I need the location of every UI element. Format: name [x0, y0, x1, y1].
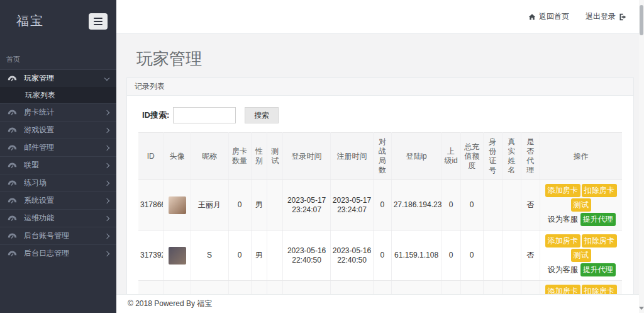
cell-id-card — [483, 281, 502, 295]
id-search-input[interactable] — [173, 107, 236, 123]
home-icon — [528, 13, 536, 21]
scrollbar-thumb[interactable] — [640, 5, 643, 35]
dashboard-icon — [8, 179, 20, 187]
add-room-card-button[interactable]: 添加房卡 — [545, 234, 580, 248]
search-button[interactable]: 搜索 — [245, 107, 279, 123]
deduct-room-card-button[interactable]: 扣除房卡 — [582, 234, 617, 248]
table-row: 317866 王丽月 0 男 2023-05-1723:24:07 2023-0… — [138, 180, 622, 230]
page-title: 玩家管理 — [136, 48, 633, 70]
test-button[interactable]: 测试 — [571, 198, 591, 212]
test-button[interactable]: 测试 — [571, 249, 591, 262]
panel-body: ID搜索: 搜索 ID — [127, 96, 633, 294]
dashboard-icon — [8, 215, 20, 222]
cell-gender: 男 — [251, 180, 267, 230]
cell-actions: 添加房卡扣除房卡测试 设为客服提升代理 — [540, 180, 622, 230]
table-row: 317389 0 男 2023-05-1716:38:39 2023-05-16… — [138, 281, 622, 295]
col-actions: 操作 — [540, 133, 622, 180]
cell-test — [267, 230, 283, 281]
dashboard-icon — [8, 197, 20, 205]
topbar: 返回首页 退出登录 — [116, 0, 644, 34]
cell-room-cards: 0 — [228, 180, 251, 230]
cell-register-time: 2023-05-1622:38:58 — [330, 281, 373, 295]
sidebar-item-player-management[interactable]: 玩家管理 — [0, 69, 116, 87]
sidebar-item-alliance[interactable]: 联盟 — [0, 156, 116, 174]
sidebar-section-label: 首页 — [0, 46, 116, 69]
deduct-room-card-button[interactable]: 扣除房卡 — [582, 285, 617, 294]
dashboard-icon — [8, 250, 20, 258]
sidebar-nav: 玩家管理 玩家列表 房卡统计 游戏设置 邮件管理 联盟 — [0, 69, 116, 262]
cell-actions: 添加房卡扣除房卡测试 设为客服提升代理 — [540, 281, 622, 295]
sidebar-subitem-player-list[interactable]: 玩家列表 — [0, 87, 116, 103]
cell-is-agent: 否 — [521, 180, 540, 230]
col-test: 测试 — [267, 133, 283, 180]
add-room-card-button[interactable]: 添加房卡 — [545, 184, 580, 197]
footer: © 2018 Powered By 福宝 — [116, 294, 644, 313]
hamburger-icon — [94, 18, 103, 19]
chevron-right-icon — [104, 145, 109, 150]
chevron-right-icon — [104, 233, 109, 238]
dashboard-icon — [8, 127, 20, 134]
cell-id-card — [483, 230, 502, 281]
logout-link[interactable]: 退出登录 — [586, 11, 626, 22]
cell-gender: 男 — [251, 281, 267, 295]
sidebar-item-system-settings[interactable]: 系统设置 — [0, 191, 116, 209]
chevron-right-icon — [104, 251, 109, 256]
promote-agent-button[interactable]: 提升代理 — [580, 263, 616, 276]
chevron-right-icon — [104, 180, 109, 185]
set-customer-service-button[interactable]: 设为客服 — [548, 213, 578, 226]
cell-nickname: 王丽月 — [191, 180, 228, 230]
sidebar-item-practice-field[interactable]: 练习场 — [0, 174, 116, 191]
cell-id: 317866 — [138, 180, 164, 230]
deduct-room-card-button[interactable]: 扣除房卡 — [582, 184, 617, 197]
col-room-cards: 房卡数量 — [228, 133, 251, 180]
add-room-card-button[interactable]: 添加房卡 — [545, 285, 580, 294]
avatar — [169, 196, 186, 214]
promote-agent-button[interactable]: 提升代理 — [580, 213, 616, 226]
col-avatar: 头像 — [164, 133, 191, 180]
players-table: ID 头像 昵称 房卡数量 性别 测试 登录时间 注册时间 对战局数 登陆ip — [138, 132, 622, 294]
chevron-right-icon — [104, 127, 109, 132]
cell-actions: 添加房卡扣除房卡测试 设为客服提升代理 — [540, 230, 622, 281]
scroll-down-arrow-icon[interactable] — [639, 307, 644, 310]
cell-recharge: 0 — [460, 281, 483, 295]
cell-gender: 男 — [251, 230, 267, 281]
sidebar-item-room-card-stats[interactable]: 房卡统计 — [0, 103, 116, 121]
sidebar-item-mail-management[interactable]: 邮件管理 — [0, 139, 116, 156]
cell-login-time: 2023-05-1723:24:07 — [283, 180, 330, 230]
record-list-panel: 记录列表 ID搜索: 搜索 — [126, 77, 634, 294]
cell-recharge: 0 — [460, 180, 483, 230]
sidebar-item-label: 玩家管理 — [24, 73, 105, 84]
set-customer-service-button[interactable]: 设为客服 — [548, 263, 578, 276]
cell-parent-id: 0 — [441, 281, 460, 295]
chevron-right-icon — [104, 215, 109, 220]
col-battles: 对战局数 — [374, 133, 391, 180]
home-link[interactable]: 返回首页 — [528, 11, 569, 22]
sidebar: 福宝 首页 玩家管理 玩家列表 房卡统计 游戏设置 — [0, 0, 116, 313]
menu-toggle-button[interactable] — [89, 13, 108, 30]
cell-real-name — [502, 180, 521, 230]
sidebar-logo-row: 福宝 — [0, 0, 116, 46]
col-login-ip: 登陆ip — [391, 133, 441, 180]
cell-login-ip: 27.186.194.232 — [391, 180, 441, 230]
dashboard-icon — [8, 75, 20, 83]
cell-nickname — [191, 281, 228, 295]
cell-test — [267, 281, 283, 295]
cell-room-cards: 0 — [228, 230, 251, 281]
cell-id-card — [483, 180, 502, 230]
sidebar-item-game-settings[interactable]: 游戏设置 — [0, 121, 116, 139]
cell-login-ip: 61.159.1.3 — [391, 281, 441, 295]
brand-logo: 福宝 — [16, 13, 44, 30]
cell-parent-id: 0 — [441, 180, 460, 230]
scrollbar[interactable] — [639, 0, 644, 313]
dashboard-icon — [8, 162, 20, 169]
sidebar-item-admin-accounts[interactable]: 后台账号管理 — [0, 227, 116, 244]
col-login-time: 登录时间 — [283, 133, 330, 180]
content: 玩家管理 记录列表 ID搜索: 搜索 — [116, 34, 644, 294]
cell-register-time: 2023-05-1622:40:50 — [330, 230, 373, 281]
sidebar-item-admin-logs[interactable]: 后台日志管理 — [0, 244, 116, 262]
col-parent-id: 上级id — [441, 133, 460, 180]
col-register-time: 注册时间 — [330, 133, 373, 180]
cell-recharge: 0 — [460, 230, 483, 281]
sidebar-item-ops-functions[interactable]: 运维功能 — [0, 209, 116, 227]
cell-room-cards: 0 — [228, 281, 251, 295]
